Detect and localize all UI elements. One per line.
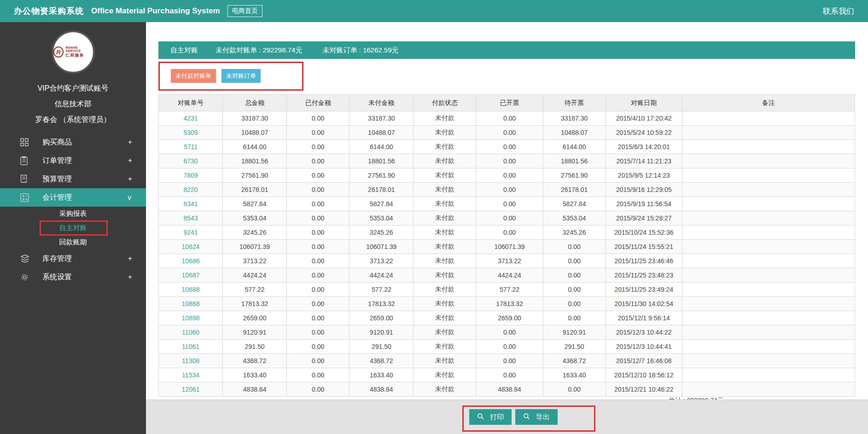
cell-unpaid: 577.22 [350, 283, 414, 297]
sidebar-item-4[interactable]: 会计管理∨ [0, 188, 146, 207]
sidebar-item-2[interactable]: 订单管理+ [0, 151, 146, 170]
table-row: 1086817813.320.0017813.32未付款17813.320.00… [159, 297, 855, 311]
reconciliation-id-link[interactable]: 5309 [159, 126, 223, 140]
expand-plus-icon: + [128, 156, 132, 165]
print-button[interactable]: 打印 [469, 409, 512, 425]
cell-invoiced: 0.00 [476, 368, 543, 382]
cell-date: 2015/12/21 10:46:22 [606, 382, 682, 397]
sidebar-item-6[interactable]: 系统设置+ [0, 268, 146, 286]
cell-total: 2659.00 [223, 311, 287, 325]
sidebar-item-1[interactable]: 购买商品+ [0, 133, 146, 151]
reconciliation-id-link[interactable]: 8220 [159, 183, 223, 197]
sidebar-subitem-采购报表[interactable]: 采购报表 [0, 207, 146, 221]
filter-button-未付款对账单[interactable]: 未付款对账单 [171, 69, 216, 83]
reconciliation-id-link[interactable]: 5711 [159, 140, 223, 154]
reconciliation-id-link[interactable]: 9241 [159, 226, 223, 240]
sidebar-subitem-回款账期[interactable]: 回款账期 [0, 235, 146, 249]
cell-remark [682, 154, 855, 168]
cell-date: 2015/12/10 18:56:12 [606, 368, 682, 382]
reconciliation-id-link[interactable]: 10624 [159, 240, 223, 254]
unpaid-total-text: 未付款对账单 : 292298.74元 [216, 46, 302, 55]
cell-date: 2015/9/19 11:56:54 [606, 197, 682, 211]
cell-total: 27561.90 [223, 168, 287, 183]
reconciliation-id-link[interactable]: 8341 [159, 197, 223, 211]
cell-unpaid: 1633.40 [350, 368, 414, 382]
cell-date: 2015/9/5 12:14:23 [606, 168, 682, 183]
cell-total: 6144.00 [223, 140, 287, 154]
reconciliation-id-link[interactable]: 12061 [159, 382, 223, 397]
cell-uninvoiced: 0.00 [543, 240, 606, 254]
table-row: 673018801.560.0018801.56未付款0.0018801.562… [159, 154, 855, 168]
cell-invoiced: 4838.84 [476, 382, 543, 397]
cell-status: 未付款 [414, 111, 476, 126]
reconciliation-id-link[interactable]: 10688 [159, 283, 223, 297]
cell-uninvoiced: 9120.91 [543, 325, 606, 340]
sidebar-item-label: 购买商品 [42, 138, 128, 147]
cell-total: 17813.32 [223, 297, 287, 311]
cell-uninvoiced: 0.00 [543, 268, 606, 283]
cell-invoiced: 0.00 [476, 340, 543, 354]
table-row: 115341633.400.001633.40未付款0.001633.40201… [159, 368, 855, 382]
cell-status: 未付款 [414, 211, 476, 226]
sidebar-item-5[interactable]: 库存管理+ [0, 249, 146, 268]
cell-paid: 0.00 [287, 197, 350, 211]
cell-status: 未付款 [414, 340, 476, 354]
cell-status: 未付款 [414, 368, 476, 382]
contact-us-link[interactable]: 联系我们 [823, 6, 854, 17]
cell-unpaid: 10488.07 [350, 126, 414, 140]
cell-invoiced: 0.00 [476, 226, 543, 240]
mall-home-button[interactable]: 电商首页 [227, 5, 262, 17]
filter-button-未对账订单[interactable]: 未对账订单 [221, 69, 261, 83]
reconciliation-id-link[interactable]: 11308 [159, 354, 223, 368]
reconciliation-id-link[interactable]: 8543 [159, 211, 223, 226]
page-title-bar: 自主对账 未付款对账单 : 292298.74元 未对账订单 : 16262.5… [158, 41, 855, 59]
cell-unpaid: 4838.84 [350, 382, 414, 397]
cell-uninvoiced: 6144.00 [543, 140, 606, 154]
reconciliation-id-link[interactable]: 11061 [159, 340, 223, 354]
cell-remark [682, 111, 855, 126]
unreconciled-total-text: 未对账订单 : 16262.59元 [322, 46, 398, 55]
reconciliation-id-link[interactable]: 10898 [159, 311, 223, 325]
reconciliation-id-link[interactable]: 11534 [159, 368, 223, 382]
export-button[interactable]: 导出 [515, 409, 558, 425]
cell-paid: 0.00 [287, 354, 350, 368]
cell-uninvoiced: 3245.26 [543, 226, 606, 240]
cell-date: 2015/4/10 17:20:42 [606, 111, 682, 126]
cell-invoiced: 3713.22 [476, 254, 543, 268]
cell-uninvoiced: 1633.40 [543, 368, 606, 382]
cell-unpaid: 4368.72 [350, 354, 414, 368]
table-row: 113084368.720.004368.72未付款0.004368.72201… [159, 354, 855, 368]
sidebar-item-3[interactable]: 预算管理+ [0, 170, 146, 188]
cell-unpaid: 5353.04 [350, 211, 414, 226]
cell-total: 291.50 [223, 340, 287, 354]
sidebar-subitem-自主对账[interactable]: 自主对账 [0, 221, 146, 235]
reconciliation-id-link[interactable]: 10687 [159, 268, 223, 283]
table-row: 106874424.240.004424.24未付款4424.240.00201… [159, 268, 855, 283]
cell-uninvoiced: 291.50 [543, 340, 606, 354]
cell-unpaid: 18801.56 [350, 154, 414, 168]
reconciliation-id-link[interactable]: 10686 [159, 254, 223, 268]
cell-total: 26178.01 [223, 183, 287, 197]
cell-paid: 0.00 [287, 240, 350, 254]
expand-plus-icon: + [128, 138, 132, 146]
cell-remark [682, 254, 855, 268]
table-row: 822026178.010.0026178.01未付款0.0026178.012… [159, 183, 855, 197]
logo-r-icon: R [53, 46, 64, 58]
cell-uninvoiced: 5827.84 [543, 197, 606, 211]
cell-invoiced: 0.00 [476, 126, 543, 140]
cell-date: 2015/12/3 10:44:22 [606, 325, 682, 340]
reconciliation-id-link[interactable]: 4231 [159, 111, 223, 126]
column-header-id: 对账单号 [159, 95, 223, 111]
cell-uninvoiced: 5353.04 [543, 211, 606, 226]
cell-status: 未付款 [414, 297, 476, 311]
receipt-icon [20, 174, 30, 184]
reconciliation-id-link[interactable]: 7809 [159, 168, 223, 183]
reconciliation-id-link[interactable]: 11060 [159, 325, 223, 340]
sidebar-item-label: 预算管理 [42, 174, 128, 184]
cell-uninvoiced: 0.00 [543, 382, 606, 397]
cell-invoiced: 0.00 [476, 197, 543, 211]
reconciliation-id-link[interactable]: 10868 [159, 297, 223, 311]
cell-unpaid: 2659.00 [350, 311, 414, 325]
reconciliation-id-link[interactable]: 6730 [159, 154, 223, 168]
table-row: 110609120.910.009120.91未付款0.009120.91201… [159, 325, 855, 340]
